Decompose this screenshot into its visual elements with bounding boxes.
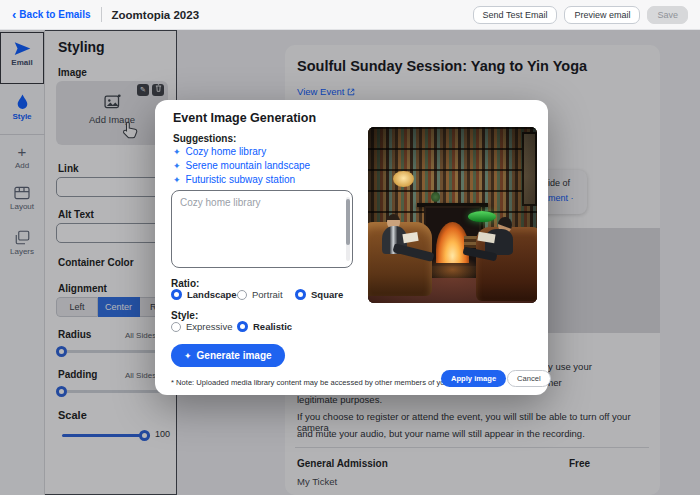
style-option-realistic[interactable]: Realistic bbox=[237, 321, 292, 332]
ratio-label: Ratio: bbox=[171, 278, 199, 289]
nav-style-label: Style bbox=[12, 112, 31, 121]
layers-icon bbox=[15, 230, 30, 245]
radio-unchecked-icon bbox=[171, 322, 181, 332]
suggestion-label: Cozy home library bbox=[186, 146, 267, 157]
padding-label: Padding bbox=[58, 369, 97, 380]
radio-unchecked-icon bbox=[237, 290, 247, 300]
ticket-name: General Admission bbox=[297, 458, 388, 469]
art-plant bbox=[431, 192, 440, 202]
top-bar: ‹ Back to Emails Zoomtopia 2023 Send Tes… bbox=[0, 0, 700, 30]
scale-slider bbox=[62, 429, 150, 441]
radius-scope-label: All Sides bbox=[125, 331, 156, 340]
layout-icon bbox=[14, 186, 30, 200]
padding-slider-thumb[interactable] bbox=[56, 386, 67, 397]
suggestion-label: Serene mountain landscape bbox=[186, 160, 311, 171]
trash-icon bbox=[155, 84, 162, 92]
radio-label: Landscape bbox=[187, 289, 237, 300]
edit-image-button[interactable]: ✎ bbox=[137, 84, 149, 96]
link-input[interactable] bbox=[56, 177, 168, 197]
sparkle-icon: ✦ bbox=[173, 147, 181, 157]
style-option-expressive[interactable]: Expressive bbox=[171, 321, 232, 332]
back-to-emails-link[interactable]: ‹ Back to Emails bbox=[12, 9, 91, 20]
sparkle-icon: ✦ bbox=[173, 175, 181, 185]
radio-checked-icon bbox=[171, 289, 182, 300]
radio-checked-icon bbox=[295, 289, 306, 300]
art-left-lamp bbox=[393, 171, 413, 187]
radius-slider-thumb[interactable] bbox=[56, 346, 67, 357]
radius-label: Radius bbox=[58, 329, 91, 340]
scale-slider-track bbox=[62, 434, 150, 437]
suggestion-label: Futuristic subway station bbox=[186, 174, 296, 185]
nav-item-email[interactable]: Email bbox=[0, 32, 44, 84]
alt-text-input[interactable] bbox=[56, 223, 168, 243]
radio-label: Expressive bbox=[186, 321, 232, 332]
nav-email-label: Email bbox=[11, 58, 32, 67]
rail-separator bbox=[0, 134, 45, 135]
scale-label: Scale bbox=[58, 409, 87, 421]
nav-add-label: Add bbox=[15, 161, 29, 170]
ticket-price: Free bbox=[569, 458, 590, 469]
scale-slider-thumb[interactable] bbox=[139, 430, 150, 441]
save-button[interactable]: Save bbox=[647, 6, 688, 24]
alignment-left-button[interactable]: Left bbox=[56, 297, 98, 317]
ratio-option-portrait[interactable]: Portrait bbox=[237, 289, 283, 300]
delete-image-button[interactable] bbox=[152, 84, 164, 96]
style-label: Style: bbox=[171, 310, 198, 321]
partial-body-text: y use your bbox=[548, 361, 592, 372]
suggestion-link[interactable]: ✦ Cozy home library bbox=[173, 146, 266, 157]
nav-layout-label: Layout bbox=[10, 202, 34, 211]
body-text-line: and mute your audio, but your name will … bbox=[297, 428, 585, 439]
page-title: Zoomtopia 2023 bbox=[112, 9, 200, 21]
nav-layers-label: Layers bbox=[10, 247, 34, 256]
cancel-button[interactable]: Cancel bbox=[507, 370, 551, 387]
nav-item-layers[interactable]: Layers bbox=[0, 230, 44, 256]
event-image-generation-modal: Event Image Generation Suggestions: ✦ Co… bbox=[155, 100, 548, 395]
alignment-center-button[interactable]: Center bbox=[98, 297, 140, 317]
prompt-textarea[interactable] bbox=[171, 190, 353, 268]
suggestion-link[interactable]: ✦ Futuristic subway station bbox=[173, 174, 295, 185]
event-heading: Soulful Sunday Session: Yang to Yin Yoga bbox=[297, 58, 642, 74]
view-event-label: View Event bbox=[297, 86, 344, 97]
ticket-section-label: My Ticket bbox=[297, 476, 337, 487]
art-green-lamp bbox=[468, 211, 497, 222]
suggestions-label: Suggestions: bbox=[173, 133, 236, 144]
send-test-email-button[interactable]: Send Test Email bbox=[473, 6, 558, 24]
email-editor-app: ‹ Back to Emails Zoomtopia 2023 Send Tes… bbox=[0, 0, 700, 495]
padding-scope-label: All Sides bbox=[125, 371, 156, 380]
hand-pointer-cursor-icon bbox=[122, 121, 138, 139]
sparkle-icon: ✦ bbox=[173, 161, 181, 171]
image-section-label: Image bbox=[58, 67, 87, 78]
suggestion-link[interactable]: ✦ Serene mountain landscape bbox=[173, 160, 310, 171]
radio-label: Square bbox=[311, 289, 343, 300]
plus-icon: + bbox=[0, 144, 44, 159]
scale-value: 100 bbox=[155, 429, 170, 439]
ratio-option-landscape[interactable]: Landscape bbox=[171, 289, 237, 300]
preview-email-button[interactable]: Preview email bbox=[564, 6, 640, 24]
nav-item-layout[interactable]: Layout bbox=[0, 186, 44, 211]
view-event-link[interactable]: View Event bbox=[297, 86, 355, 97]
modal-title: Event Image Generation bbox=[173, 111, 316, 125]
add-image-label: Add Image bbox=[56, 114, 168, 125]
textarea-scrollbar-thumb[interactable] bbox=[346, 199, 350, 245]
ratio-option-square[interactable]: Square bbox=[295, 289, 343, 300]
app-body: Email Style + Add Layout Layers Styling bbox=[0, 30, 700, 495]
padding-slider-track bbox=[56, 390, 172, 393]
generate-image-button[interactable]: ✦ Generate image bbox=[171, 344, 285, 367]
header-divider bbox=[101, 7, 102, 22]
styling-panel-title: Styling bbox=[58, 39, 105, 55]
art-right-person-book bbox=[477, 231, 495, 242]
paper-plane-icon bbox=[14, 41, 31, 56]
apply-image-button[interactable]: Apply image bbox=[441, 370, 506, 387]
edit-icon: ✎ bbox=[140, 86, 146, 94]
left-nav-rail: Email Style + Add Layout Layers bbox=[0, 30, 45, 495]
radio-label: Portrait bbox=[252, 289, 283, 300]
image-icon bbox=[104, 94, 121, 109]
container-color-label: Container Color bbox=[58, 257, 134, 268]
generate-image-label: Generate image bbox=[197, 350, 272, 361]
nav-item-style[interactable]: Style bbox=[0, 88, 44, 132]
nav-item-add[interactable]: + Add bbox=[0, 144, 44, 170]
sparkle-icon: ✦ bbox=[184, 351, 192, 361]
ticket-divider bbox=[295, 447, 649, 448]
add-image-dropzone[interactable]: Add Image ✎ bbox=[56, 81, 168, 145]
padding-slider bbox=[56, 385, 172, 397]
